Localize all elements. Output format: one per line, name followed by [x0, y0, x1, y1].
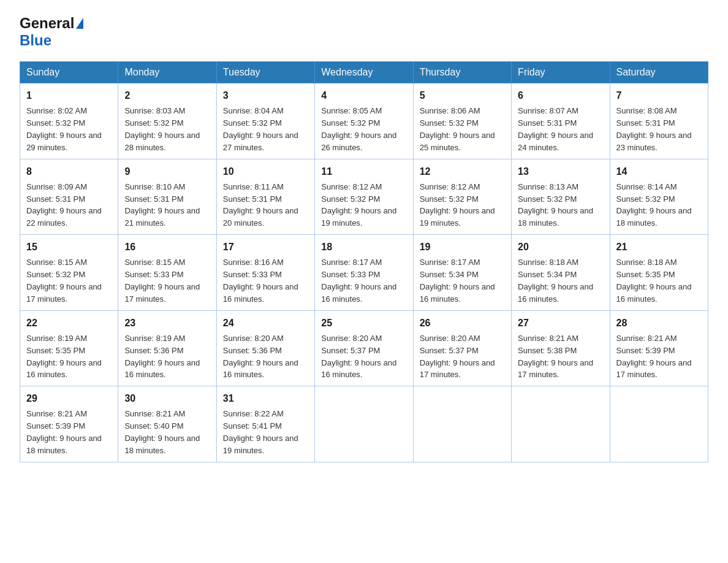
- day-info: Sunrise: 8:17 AMSunset: 5:33 PMDaylight:…: [321, 258, 396, 304]
- day-number: 14: [616, 164, 702, 178]
- calendar-cell: 15Sunrise: 8:15 AMSunset: 5:32 PMDayligh…: [20, 235, 118, 311]
- day-number: 31: [223, 391, 308, 405]
- day-info: Sunrise: 8:18 AMSunset: 5:34 PMDaylight:…: [518, 258, 593, 304]
- day-header-saturday: Saturday: [610, 62, 708, 83]
- day-number: 20: [518, 240, 603, 254]
- calendar-cell: [610, 386, 708, 462]
- day-info: Sunrise: 8:16 AMSunset: 5:33 PMDaylight:…: [223, 258, 298, 304]
- day-number: 30: [124, 391, 210, 405]
- day-info: Sunrise: 8:15 AMSunset: 5:33 PMDaylight:…: [124, 258, 200, 304]
- week-row-2: 8Sunrise: 8:09 AMSunset: 5:31 PMDaylight…: [20, 159, 708, 235]
- day-info: Sunrise: 8:13 AMSunset: 5:32 PMDaylight:…: [518, 182, 593, 228]
- day-info: Sunrise: 8:10 AMSunset: 5:31 PMDaylight:…: [124, 182, 200, 228]
- day-info: Sunrise: 8:11 AMSunset: 5:31 PMDaylight:…: [223, 182, 298, 228]
- logo: General Blue: [20, 15, 83, 49]
- calendar-cell: 25Sunrise: 8:20 AMSunset: 5:37 PMDayligh…: [315, 310, 413, 386]
- day-number: 18: [321, 240, 406, 254]
- week-row-3: 15Sunrise: 8:15 AMSunset: 5:32 PMDayligh…: [20, 235, 708, 311]
- calendar-cell: 18Sunrise: 8:17 AMSunset: 5:33 PMDayligh…: [315, 235, 413, 311]
- day-info: Sunrise: 8:19 AMSunset: 5:35 PMDaylight:…: [26, 334, 102, 380]
- day-header-friday: Friday: [512, 62, 610, 83]
- calendar-cell: 26Sunrise: 8:20 AMSunset: 5:37 PMDayligh…: [413, 310, 511, 386]
- calendar-cell: 6Sunrise: 8:07 AMSunset: 5:31 PMDaylight…: [512, 83, 610, 159]
- day-number: 10: [223, 164, 308, 178]
- day-info: Sunrise: 8:21 AMSunset: 5:39 PMDaylight:…: [616, 334, 692, 380]
- day-info: Sunrise: 8:17 AMSunset: 5:34 PMDaylight:…: [420, 258, 495, 304]
- day-info: Sunrise: 8:08 AMSunset: 5:31 PMDaylight:…: [616, 106, 692, 152]
- day-info: Sunrise: 8:22 AMSunset: 5:41 PMDaylight:…: [223, 409, 298, 455]
- day-number: 5: [420, 88, 505, 102]
- day-number: 28: [616, 316, 702, 330]
- calendar-body: 1Sunrise: 8:02 AMSunset: 5:32 PMDaylight…: [20, 83, 708, 462]
- day-number: 27: [518, 316, 603, 330]
- day-info: Sunrise: 8:20 AMSunset: 5:37 PMDaylight:…: [420, 334, 495, 380]
- calendar-cell: 19Sunrise: 8:17 AMSunset: 5:34 PMDayligh…: [413, 235, 511, 311]
- calendar-cell: 22Sunrise: 8:19 AMSunset: 5:35 PMDayligh…: [20, 310, 118, 386]
- day-header-wednesday: Wednesday: [315, 62, 413, 83]
- day-number: 22: [26, 316, 112, 330]
- day-header-sunday: Sunday: [20, 62, 118, 83]
- logo-blue: Blue: [20, 32, 51, 48]
- day-number: 25: [321, 316, 406, 330]
- day-header-thursday: Thursday: [413, 62, 511, 83]
- day-number: 9: [124, 164, 210, 178]
- day-info: Sunrise: 8:07 AMSunset: 5:31 PMDaylight:…: [518, 106, 593, 152]
- day-info: Sunrise: 8:21 AMSunset: 5:38 PMDaylight:…: [518, 334, 593, 380]
- day-info: Sunrise: 8:20 AMSunset: 5:36 PMDaylight:…: [223, 334, 298, 380]
- calendar-cell: [413, 386, 511, 462]
- calendar-cell: 28Sunrise: 8:21 AMSunset: 5:39 PMDayligh…: [610, 310, 708, 386]
- day-number: 1: [26, 88, 112, 102]
- day-info: Sunrise: 8:06 AMSunset: 5:32 PMDaylight:…: [420, 106, 495, 152]
- logo-general: General: [20, 15, 74, 32]
- calendar-cell: 3Sunrise: 8:04 AMSunset: 5:32 PMDaylight…: [216, 83, 314, 159]
- calendar-cell: 12Sunrise: 8:12 AMSunset: 5:32 PMDayligh…: [413, 159, 511, 235]
- day-info: Sunrise: 8:12 AMSunset: 5:32 PMDaylight:…: [321, 182, 396, 228]
- day-number: 12: [420, 164, 505, 178]
- calendar-cell: 10Sunrise: 8:11 AMSunset: 5:31 PMDayligh…: [216, 159, 314, 235]
- day-number: 15: [26, 240, 112, 254]
- day-info: Sunrise: 8:20 AMSunset: 5:37 PMDaylight:…: [321, 334, 396, 380]
- day-info: Sunrise: 8:18 AMSunset: 5:35 PMDaylight:…: [616, 258, 692, 304]
- day-number: 29: [26, 391, 112, 405]
- day-info: Sunrise: 8:05 AMSunset: 5:32 PMDaylight:…: [321, 106, 396, 152]
- calendar-cell: 27Sunrise: 8:21 AMSunset: 5:38 PMDayligh…: [512, 310, 610, 386]
- calendar-cell: 1Sunrise: 8:02 AMSunset: 5:32 PMDaylight…: [20, 83, 118, 159]
- day-info: Sunrise: 8:09 AMSunset: 5:31 PMDaylight:…: [26, 182, 102, 228]
- logo-triangle-icon: [76, 18, 83, 29]
- day-info: Sunrise: 8:19 AMSunset: 5:36 PMDaylight:…: [124, 334, 200, 380]
- calendar-cell: 2Sunrise: 8:03 AMSunset: 5:32 PMDaylight…: [118, 83, 216, 159]
- calendar-cell: 30Sunrise: 8:21 AMSunset: 5:40 PMDayligh…: [118, 386, 216, 462]
- day-number: 11: [321, 164, 406, 178]
- calendar-cell: 20Sunrise: 8:18 AMSunset: 5:34 PMDayligh…: [512, 235, 610, 311]
- calendar-cell: 5Sunrise: 8:06 AMSunset: 5:32 PMDaylight…: [413, 83, 511, 159]
- day-info: Sunrise: 8:14 AMSunset: 5:32 PMDaylight:…: [616, 182, 692, 228]
- calendar-cell: [315, 386, 413, 462]
- day-number: 21: [616, 240, 702, 254]
- day-info: Sunrise: 8:21 AMSunset: 5:39 PMDaylight:…: [26, 409, 102, 455]
- day-number: 8: [26, 164, 112, 178]
- calendar-table: SundayMondayTuesdayWednesdayThursdayFrid…: [20, 61, 708, 462]
- calendar-cell: 23Sunrise: 8:19 AMSunset: 5:36 PMDayligh…: [118, 310, 216, 386]
- day-number: 23: [124, 316, 210, 330]
- calendar-cell: 31Sunrise: 8:22 AMSunset: 5:41 PMDayligh…: [216, 386, 314, 462]
- day-number: 4: [321, 88, 406, 102]
- week-row-4: 22Sunrise: 8:19 AMSunset: 5:35 PMDayligh…: [20, 310, 708, 386]
- calendar-cell: 16Sunrise: 8:15 AMSunset: 5:33 PMDayligh…: [118, 235, 216, 311]
- day-number: 13: [518, 164, 603, 178]
- calendar-cell: 14Sunrise: 8:14 AMSunset: 5:32 PMDayligh…: [610, 159, 708, 235]
- day-info: Sunrise: 8:21 AMSunset: 5:40 PMDaylight:…: [124, 409, 200, 455]
- day-number: 24: [223, 316, 308, 330]
- calendar-cell: 8Sunrise: 8:09 AMSunset: 5:31 PMDaylight…: [20, 159, 118, 235]
- day-number: 19: [420, 240, 505, 254]
- day-info: Sunrise: 8:03 AMSunset: 5:32 PMDaylight:…: [124, 106, 200, 152]
- day-number: 7: [616, 88, 702, 102]
- day-number: 16: [124, 240, 210, 254]
- calendar-cell: 13Sunrise: 8:13 AMSunset: 5:32 PMDayligh…: [512, 159, 610, 235]
- week-row-1: 1Sunrise: 8:02 AMSunset: 5:32 PMDaylight…: [20, 83, 708, 159]
- calendar-header-row: SundayMondayTuesdayWednesdayThursdayFrid…: [20, 62, 708, 83]
- day-number: 6: [518, 88, 603, 102]
- calendar-cell: 4Sunrise: 8:05 AMSunset: 5:32 PMDaylight…: [315, 83, 413, 159]
- day-info: Sunrise: 8:02 AMSunset: 5:32 PMDaylight:…: [26, 106, 102, 152]
- day-info: Sunrise: 8:15 AMSunset: 5:32 PMDaylight:…: [26, 258, 102, 304]
- day-header-monday: Monday: [118, 62, 216, 83]
